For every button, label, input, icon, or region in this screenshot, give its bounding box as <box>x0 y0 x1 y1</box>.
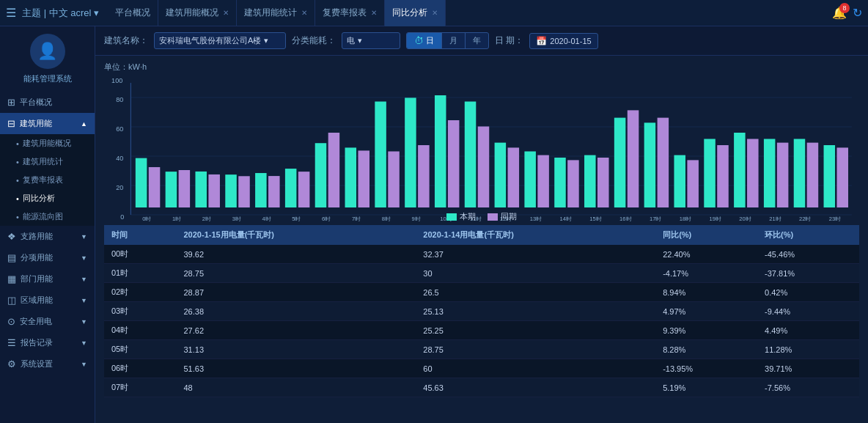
sidebar: 👤 能耗管理系统 ⊞ 平台概况 ⊟ 建筑用能 ▲ 建筑用能概况 建筑用统计 复费 <box>0 26 95 423</box>
bar-current <box>195 172 207 207</box>
sidebar-item-yoy[interactable]: 同比分析 <box>0 189 95 207</box>
view-btn-month[interactable]: 月 <box>442 33 466 48</box>
hour-label: 17时 <box>650 216 661 222</box>
cell-mom: 39.71% <box>757 359 859 378</box>
nav-right: 🔔 8 ↻ <box>832 6 862 20</box>
svg-text:40: 40 <box>116 155 123 162</box>
bar-current <box>614 118 626 207</box>
tab-building-stats[interactable]: 建筑用能统计 ✕ <box>237 0 315 26</box>
col-prev: 2020-1-14用电量(千瓦时) <box>416 225 655 245</box>
table-row: 06时 51.63 60 -13.95% 39.71% <box>104 359 859 378</box>
bar-previous <box>717 145 729 207</box>
menu-icon[interactable]: ☰ <box>6 6 16 20</box>
view-btn-day[interactable]: ⏱ 日 <box>407 33 442 48</box>
bar-current <box>285 169 297 207</box>
bar-previous <box>478 127 490 208</box>
bar-previous <box>807 143 819 207</box>
region-icon: ◫ <box>7 295 16 306</box>
tab-building-overview[interactable]: 建筑用能概况 ✕ <box>158 0 237 26</box>
sidebar-item-reports[interactable]: ☰ 报告记录 ▼ <box>0 332 95 353</box>
cell-mom: -45.46% <box>757 245 859 264</box>
table-row: 00时 39.62 32.37 22.40% -45.46% <box>104 245 859 264</box>
cell-prev: 25.13 <box>416 302 655 321</box>
hour-label: 18时 <box>680 216 691 222</box>
sidebar-item-dept[interactable]: ▦ 部门用能 ▼ <box>0 268 95 290</box>
bar-current <box>554 158 566 207</box>
table-row: 02时 28.87 26.5 8.94% 0.42% <box>104 283 859 302</box>
cell-cur: 26.38 <box>177 302 416 321</box>
bar-current <box>584 155 596 207</box>
legend-previous: 同期 <box>488 211 517 222</box>
bar-current <box>824 145 836 207</box>
dept-icon: ▦ <box>7 273 16 284</box>
sidebar-item-settings[interactable]: ⚙ 系统设置 ▼ <box>0 353 95 375</box>
sidebar-submenu-building: 建筑用能概况 建筑用统计 复费率报表 同比分析 能源流向图 <box>0 134 95 226</box>
table-row: 01时 28.75 30 -4.17% -37.81% <box>104 264 859 283</box>
legend-current: 本期 <box>446 211 476 222</box>
cell-prev: 30 <box>416 264 655 283</box>
hour-label: 21时 <box>769 216 781 222</box>
chart-unit: 单位：kW·h <box>104 62 859 73</box>
close-tab-4[interactable]: ✕ <box>432 9 438 17</box>
close-tab-1[interactable]: ✕ <box>223 9 229 17</box>
cell-yoy: 4.97% <box>655 302 757 321</box>
bar-previous <box>777 143 789 207</box>
sidebar-item-platform[interactable]: ⊞ 平台概况 <box>0 92 95 113</box>
cell-yoy: -13.95% <box>655 359 757 378</box>
refresh-icon[interactable]: ↻ <box>853 6 862 20</box>
cell-cur: 48 <box>177 378 416 397</box>
hour-label: 9时 <box>412 216 421 222</box>
sidebar-item-energy-flow[interactable]: 能源流向图 <box>0 207 95 226</box>
sidebar-item-rate-report[interactable]: 复费率报表 <box>0 171 95 189</box>
hour-label: 20时 <box>739 216 751 222</box>
cell-prev: 32.37 <box>416 245 655 264</box>
table-area: 时间 2020-1-15用电量(千瓦时) 2020-1-14用电量(千瓦时) 同… <box>95 225 868 423</box>
bar-previous <box>238 176 250 207</box>
settings-arrow-icon: ▼ <box>81 361 87 368</box>
building-select[interactable]: 安科瑞电气股份有限公司A楼 ▾ <box>154 32 286 49</box>
notification-badge: 8 <box>839 3 850 13</box>
close-tab-3[interactable]: ✕ <box>371 9 377 17</box>
date-picker[interactable]: 📅 2020-01-15 <box>529 33 597 49</box>
bar-current <box>644 122 656 207</box>
col-mom: 环比(%) <box>757 225 859 245</box>
tab-yoy-analysis[interactable]: 同比分析 ✕ <box>385 0 446 26</box>
cell-cur: 28.75 <box>177 264 416 283</box>
tab-platform[interactable]: 平台概况 <box>108 0 158 26</box>
sidebar-item-building-stats[interactable]: 建筑用统计 <box>0 152 95 171</box>
bar-current <box>315 143 327 207</box>
bar-chart: 0 20 40 60 80 100 0时1时2时3时4时5时6时7时8时9时10… <box>104 76 859 222</box>
close-tab-2[interactable]: ✕ <box>301 9 307 17</box>
col-cur: 2020-1-15用电量(千瓦时) <box>177 225 416 245</box>
bar-current <box>405 98 416 207</box>
cell-prev: 60 <box>416 359 655 378</box>
bar-current <box>524 152 536 208</box>
sidebar-item-branch[interactable]: ❖ 支路用能 ▼ <box>0 226 95 247</box>
hour-label: 23时 <box>829 216 841 222</box>
bar-current <box>794 139 806 208</box>
cell-yoy: -4.17% <box>655 264 757 283</box>
safety-arrow-icon: ▼ <box>81 318 87 325</box>
table-body: 00时 39.62 32.37 22.40% -45.46% 01时 28.75… <box>104 245 859 397</box>
category-select[interactable]: 电 ▾ <box>342 32 400 49</box>
sidebar-item-safety[interactable]: ⊙ 安全用电 ▼ <box>0 311 95 332</box>
view-btn-year[interactable]: 年 <box>466 33 488 48</box>
cell-yoy: 8.28% <box>655 340 757 359</box>
tab-rate-report[interactable]: 复费率报表 ✕ <box>315 0 385 26</box>
sidebar-menu: ⊞ 平台概况 ⊟ 建筑用能 ▲ 建筑用能概况 建筑用统计 复费率报表 同比 <box>0 92 95 375</box>
bar-current <box>225 174 237 207</box>
branch-icon: ❖ <box>7 231 16 242</box>
sidebar-item-building-overview[interactable]: 建筑用能概况 <box>0 134 95 152</box>
svg-text:100: 100 <box>111 77 122 84</box>
bar-previous <box>208 174 220 207</box>
sidebar-item-subitem[interactable]: ▤ 分项用能 ▼ <box>0 247 95 268</box>
sidebar-item-region[interactable]: ◫ 区域用能 ▼ <box>0 290 95 311</box>
sidebar-item-building[interactable]: ⊟ 建筑用能 ▲ <box>0 113 95 134</box>
cell-mom: 11.28% <box>757 340 859 359</box>
cell-yoy: 8.94% <box>655 283 757 302</box>
avatar: 👤 <box>30 34 65 69</box>
bar-previous <box>358 150 369 207</box>
category-label: 分类能耗： <box>292 34 336 47</box>
bar-previous <box>448 120 460 207</box>
cell-cur: 39.62 <box>177 245 416 264</box>
